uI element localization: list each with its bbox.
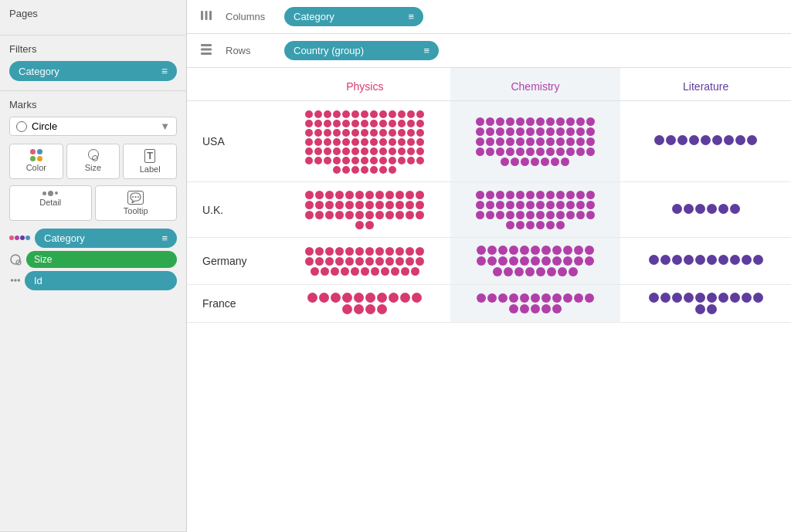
marks-category-pill[interactable]: Category ≡ [35,229,177,248]
sidebar: Pages Filters Category ≡ Marks Circle ▼ [0,0,187,532]
svg-rect-6 [205,11,208,20]
bubble-cluster [654,135,757,145]
tooltip-button[interactable]: 💬 Tooltip [95,185,178,221]
svg-rect-7 [209,11,212,20]
svg-point-4 [18,279,21,282]
bubble-cluster [303,110,426,174]
chart-cell [620,182,791,238]
row-label: U.K. [187,182,280,238]
chart-cell [280,101,450,182]
physics-col-header: Physics [280,68,450,101]
svg-rect-5 [201,11,203,20]
size-icon [85,149,100,161]
color-label: Color [26,163,46,172]
label-icon: T [144,149,155,163]
marks-pill-size: Size [9,251,177,268]
bubble-cluster [474,117,597,166]
svg-rect-8 [201,44,212,46]
bubble-cluster [474,191,597,229]
row-label: Germany [187,238,280,285]
main-area: Columns Category ≡ Rows Country (group) … [187,0,791,532]
category-color-icon [9,236,30,240]
svg-point-2 [11,279,14,282]
color-icon [29,149,44,161]
tooltip-icon: 💬 [127,191,144,205]
svg-point-0 [11,255,20,264]
columns-label: Columns [226,11,272,22]
chart-row: U.K. [187,182,791,238]
bubble-cluster [474,246,597,276]
bubble-cluster [649,255,763,265]
marks-buttons-row1: Color Size T Label [9,144,177,179]
rows-value-pill[interactable]: Country (group) ≡ [284,41,439,60]
marks-category-pill-icon: ≡ [161,232,168,244]
marks-size-label: Size [34,254,52,265]
bubble-cluster [672,204,740,214]
chart-row: USA [187,101,791,182]
columns-value: Category [294,11,334,22]
rows-toolbar: Rows Country (group) ≡ [187,34,791,68]
chemistry-col-header: Chemistry [450,68,621,101]
label-button[interactable]: T Label [123,144,177,179]
filters-category-pill[interactable]: Category ≡ [9,61,177,81]
bubble-cluster [303,293,426,314]
marks-buttons-row2: Detail 💬 Tooltip [9,185,177,221]
svg-rect-9 [201,49,212,51]
filters-category-label: Category [19,66,59,77]
svg-rect-10 [201,53,212,55]
row-label: USA [187,101,280,182]
columns-pill-icon: ≡ [408,11,414,22]
pages-section: Pages [0,0,186,36]
columns-icon [199,8,213,25]
bubble-cluster [303,247,426,276]
literature-col-header: Literature [620,68,791,101]
size-button[interactable]: Size [66,144,121,179]
bubble-cluster [474,293,597,313]
chart-area: Physics Chemistry Literature USAU.K.Germ… [187,68,791,532]
size-label: Size [85,163,101,172]
columns-toolbar: Columns Category ≡ [187,0,791,34]
filters-section: Filters Category ≡ [0,36,186,91]
chart-cell [620,238,791,285]
marks-type-dropdown[interactable]: Circle ▼ [9,117,177,136]
filters-pill-icon: ≡ [161,65,168,77]
marks-size-pill[interactable]: Size [26,251,177,268]
chart-table: Physics Chemistry Literature USAU.K.Germ… [187,68,791,323]
pages-title: Pages [9,8,177,19]
marks-id-pill[interactable]: Id [25,271,177,290]
circle-shape-icon [16,121,27,132]
row-label: France [187,285,280,323]
detail-button[interactable]: Detail [9,185,92,221]
filters-title: Filters [9,43,177,55]
chart-cell [450,101,621,182]
detail-icon [42,191,58,196]
bubble-cluster [644,293,768,314]
columns-value-pill[interactable]: Category ≡ [284,7,423,26]
size-marks-icon [9,253,22,266]
svg-point-3 [14,279,17,282]
chart-row: France [187,285,791,323]
marks-category-label: Category [44,232,85,244]
marks-pills-list: Category ≡ Size [9,229,177,290]
rows-pill-icon: ≡ [423,45,429,56]
chart-cell [280,238,450,285]
rows-icon [199,42,213,59]
detail-label: Detail [39,198,61,207]
chart-cell [620,101,791,182]
chart-cell [450,238,621,285]
dropdown-chevron-icon: ▼ [160,120,170,132]
chart-row: Germany [187,238,791,285]
label-label: Label [140,164,161,174]
color-button[interactable]: Color [9,144,63,179]
rows-label: Rows [226,45,272,56]
chart-cell [450,285,621,323]
id-marks-icon [9,275,20,286]
marks-pill-category: Category ≡ [9,229,177,248]
chart-cell [450,182,621,238]
marks-pill-id: Id [9,271,177,290]
tooltip-label: Tooltip [124,206,148,215]
bubble-cluster [303,191,426,229]
rows-value: Country (group) [294,45,364,56]
marks-type-label: Circle [32,120,57,132]
marks-id-label: Id [34,275,42,286]
